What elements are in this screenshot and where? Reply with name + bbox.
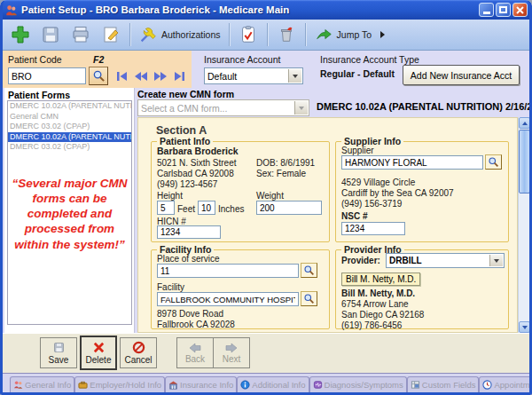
feet-unit-label: Feet — [177, 204, 195, 214]
scroll-up-icon — [522, 122, 528, 125]
edit-button[interactable] — [97, 21, 125, 48]
weight-label: Weight — [256, 191, 284, 201]
height-inches-input[interactable] — [198, 201, 215, 215]
tab-label: Diagnosis/Symptoms — [325, 380, 403, 390]
facility-search-button[interactable] — [301, 291, 317, 306]
next-label: Next — [223, 354, 241, 364]
tab-appointments[interactable]: Appointments — [479, 376, 529, 392]
back-arrow-icon — [188, 343, 202, 353]
patient-code-input[interactable] — [8, 67, 86, 84]
next-record-button[interactable] — [153, 71, 168, 82]
next-button[interactable]: Next — [213, 337, 250, 368]
delete-x-icon — [92, 341, 106, 354]
patient-address1: 5021 N. Sixth Street — [157, 158, 237, 168]
section-a-title: Section A — [156, 124, 207, 137]
scroll-down-button[interactable] — [519, 321, 530, 333]
jump-to-caret-icon — [380, 31, 385, 38]
weight-input[interactable] — [256, 201, 322, 215]
patient-setup-window: Patient Setup - BRO Barbara Broderick - … — [0, 0, 532, 395]
patient-address2: Carlsbad CA 92008 — [157, 169, 234, 178]
supplier-search-button[interactable] — [485, 154, 502, 170]
create-cmn-form-label: Create new CMN form — [137, 89, 234, 99]
new-button[interactable] — [6, 21, 35, 48]
maximize-button[interactable] — [496, 3, 511, 17]
authorizations-button[interactable]: Authorizations — [135, 21, 224, 48]
patient-form-item-selected[interactable]: DMERC 10.02A (PARENTAL NUTRITION) — [8, 132, 131, 143]
delete-toolbar-button[interactable] — [272, 21, 301, 48]
provider-select-value: DRBILL — [389, 256, 422, 265]
cancel-button[interactable]: Cancel — [120, 337, 157, 368]
tab-insurance-info[interactable]: Insurance Info — [165, 376, 237, 392]
minimize-button[interactable] — [479, 3, 494, 17]
tab-additional-info[interactable]: Additional Info — [237, 376, 309, 392]
insurance-account-select[interactable]: Default — [204, 67, 303, 84]
patient-search-button[interactable] — [89, 67, 108, 85]
appointments-clock-icon — [482, 380, 492, 390]
cmn-form-select-placeholder: Select a CMN form... — [141, 103, 227, 114]
patient-code-label: Patient Code — [8, 54, 62, 65]
save-toolbar-button[interactable] — [36, 21, 65, 48]
tab-custom-fields[interactable]: Custom Fields — [407, 376, 480, 392]
height-feet-input[interactable] — [157, 201, 175, 215]
tab-diagnosis-symptoms[interactable]: Diagnosis/Symptoms — [309, 376, 407, 392]
cmn-form-select[interactable]: Select a CMN form... — [137, 99, 309, 116]
insurance-account-label: Insurance Account — [204, 54, 280, 65]
save-button[interactable]: Save — [40, 337, 77, 368]
scroll-up-button[interactable] — [519, 117, 530, 129]
facility-input[interactable] — [157, 292, 299, 306]
back-button[interactable]: Back — [176, 337, 214, 368]
facility-info-fieldset: Facility Info Place of service Facility … — [151, 249, 330, 329]
supplier-input[interactable] — [341, 155, 483, 170]
custom-fields-grid-icon — [411, 380, 420, 390]
patient-code-shortcut: F2 — [93, 54, 104, 65]
tab-general-info[interactable]: General Info — [10, 376, 74, 392]
delete-label: Delete — [86, 355, 112, 365]
last-record-button[interactable] — [172, 71, 186, 82]
place-of-service-input[interactable] — [157, 264, 299, 278]
cmn-form-header: DMERC 10.02A (PARENTAL NUTRITION) 2/16/2… — [317, 101, 532, 112]
patient-form-item[interactable]: DMERC 03.02 (CPAP) — [8, 122, 131, 132]
nsc-input[interactable] — [341, 222, 405, 235]
first-record-button[interactable] — [115, 71, 129, 82]
patient-form-item[interactable]: DMERC 10.02A (PARENTAL NUTRITION) — [8, 101, 131, 112]
patient-info-fieldset: Patient Info Barbara Broderick 5021 N. S… — [151, 141, 330, 242]
back-label: Back — [185, 354, 205, 364]
general-info-people-icon — [13, 380, 23, 390]
tab-employer-hold-info[interactable]: Employer/Hold Info — [74, 376, 165, 392]
dropdown-arrow-icon — [288, 69, 301, 83]
scrollbar-thumb[interactable] — [519, 130, 530, 194]
print-button[interactable] — [66, 21, 95, 48]
provider-select[interactable]: DRBILL — [386, 253, 505, 268]
provider-address2: San Diego CA 92168 — [341, 310, 424, 320]
supplier-label: Supplier — [341, 146, 374, 155]
provider-label: Provider: — [341, 256, 380, 265]
save-floppy-icon — [40, 24, 61, 45]
patient-form-item[interactable]: General CMN — [8, 112, 131, 122]
patient-dob: DOB: 8/6/1991 — [256, 158, 315, 168]
previous-record-button[interactable] — [133, 71, 149, 82]
patient-form-item[interactable]: DMERC 03.02 (CPAP) — [8, 142, 131, 153]
main-toolbar: Authorizations Jump To — [3, 20, 529, 51]
tasks-button[interactable] — [234, 21, 262, 48]
patient-phone: (949) 123-4567 — [157, 179, 217, 189]
form-scrollbar[interactable] — [518, 117, 529, 333]
hicn-input[interactable] — [157, 225, 221, 239]
add-new-insurance-acct-button[interactable]: Add New Insurance Acct — [403, 65, 520, 85]
provider-selected-chip[interactable]: Bill M. Netty, M.D. — [341, 273, 420, 286]
save-floppy-icon — [52, 341, 66, 354]
diagnosis-icon — [313, 380, 323, 390]
tab-label: General Info — [25, 380, 71, 390]
facility-address1: 8978 Dove Road — [157, 309, 223, 319]
delete-button[interactable]: Delete — [80, 336, 117, 370]
provider-info-fieldset: Provider Info Provider: DRBILL Bill M. N… — [335, 249, 509, 329]
facility-address2: Fallbrook CA 92028 — [157, 320, 235, 329]
patient-name: Barbara Broderick — [157, 146, 239, 156]
title-bar[interactable]: Patient Setup - BRO Barbara Broderick - … — [0, 0, 532, 20]
close-button[interactable] — [512, 3, 528, 17]
patient-forms-list[interactable]: DMERC 10.02A (PARENTAL NUTRITION) Genera… — [7, 100, 132, 325]
next-arrow-icon — [224, 343, 239, 353]
insurance-building-icon — [168, 380, 178, 390]
jump-to-button[interactable]: Jump To — [310, 21, 389, 48]
employer-briefcase-icon — [78, 380, 88, 390]
place-of-service-search-button[interactable] — [301, 263, 317, 278]
